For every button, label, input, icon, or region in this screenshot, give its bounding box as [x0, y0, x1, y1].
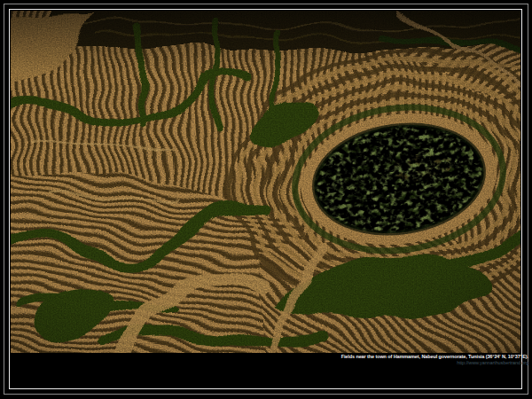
wallpaper-stage: Fields near the town of Hammamet, Nabeul… — [0, 0, 532, 399]
photo-caption: Fields near the town of Hammamet, Nabeul… — [11, 354, 528, 360]
caption-block: Fields near the town of Hammamet, Nabeul… — [11, 354, 528, 366]
aerial-photo — [11, 11, 520, 353]
aerial-photo-canvas — [11, 11, 520, 353]
film-grain — [11, 11, 520, 353]
photo-credit-url: http://www.yannarthusbertrand.org — [11, 360, 528, 366]
